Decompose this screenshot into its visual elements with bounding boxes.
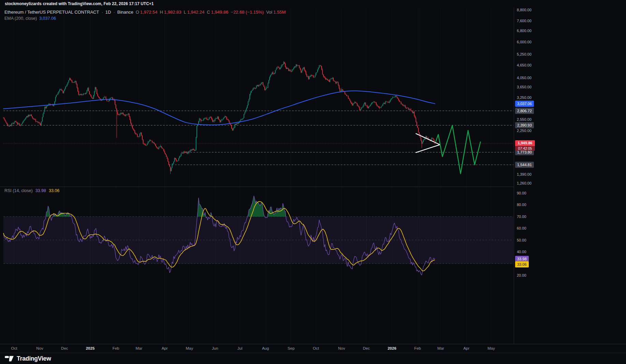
price-axis-label: 1,390.00 xyxy=(517,172,532,177)
rsi-axis-label: 40.00 xyxy=(517,249,526,254)
current-price-value: 1,949.86 xyxy=(515,140,535,146)
price-axis-label: 4,650.00 xyxy=(517,63,532,68)
time-axis-label: Dec xyxy=(61,346,68,350)
legend-separator: · xyxy=(113,10,115,15)
change-value: −22.68 (−1.15%) xyxy=(231,10,264,15)
time-axis-label: Apr xyxy=(463,346,469,350)
rsi-axis-label: 60.00 xyxy=(517,226,526,231)
level-badge: 2,806.72 xyxy=(515,108,534,114)
time-axis-label: Oct xyxy=(11,346,17,350)
time-axis-label: Oct xyxy=(313,346,319,350)
time-axis-label: May xyxy=(487,346,495,350)
time-axis-label: Jul xyxy=(237,346,243,350)
tradingview-logo-text[interactable]: TradingView xyxy=(17,355,51,362)
volume-pair: Vol 1.55M xyxy=(266,10,286,15)
time-axis-label: 2026 xyxy=(388,346,396,350)
ohlc-open: O 1,972.54 xyxy=(136,10,158,15)
close-value: 1,949.86 xyxy=(211,10,229,15)
high-value: 1,982.83 xyxy=(164,10,181,15)
rsi-ma-value: 33.06 xyxy=(49,188,59,193)
time-axis-label: Jun xyxy=(212,346,218,350)
current-price-badge: 1,949.8607:42:05 xyxy=(515,140,535,151)
rsi-axis-label: 20.00 xyxy=(517,273,526,278)
open-value: 1,972.54 xyxy=(140,10,158,15)
candlesticks[interactable] xyxy=(3,61,435,174)
tradingview-logo-icon[interactable] xyxy=(5,355,14,362)
time-axis[interactable]: OctNovDec2025FebMarAprMayJunJulAugSepOct… xyxy=(0,344,626,353)
watermark-credit: stockmoneylizards created with TradingVi… xyxy=(0,0,626,8)
price-axis-label: 4,050.00 xyxy=(517,75,532,80)
time-axis-label: Sep xyxy=(288,346,294,350)
time-axis-label: Mar xyxy=(135,346,142,350)
price-axis-label: 6,800.00 xyxy=(517,28,532,33)
price-axis-label: 8,800.00 xyxy=(517,8,532,12)
rsi-axis-label: 70.00 xyxy=(517,214,526,219)
ohlc-close: C 1,949.86 xyxy=(207,10,228,15)
time-axis-label: Aug xyxy=(262,346,269,350)
legend-separator: · xyxy=(101,10,103,15)
rsi-ma-badge: 33.06 xyxy=(515,261,529,267)
ohlc-low: L 1,942.24 xyxy=(184,10,204,15)
ema-legend-row[interactable]: EMA (200, close) 3,037.06 xyxy=(4,15,286,21)
low-letter: L xyxy=(184,10,186,15)
high-letter: H xyxy=(160,10,163,15)
ohlc-high: H 1,982.83 xyxy=(160,10,181,15)
time-axis-label: Nov xyxy=(338,346,345,350)
interval-label: 1D xyxy=(105,10,111,15)
rsi-axis-label: 90.00 xyxy=(517,191,526,195)
time-axis-label: 2025 xyxy=(86,346,95,350)
ema-indicator-label: EMA (200, close) xyxy=(4,16,37,21)
triangle-drawing-line[interactable] xyxy=(416,145,440,152)
zigzag-projection-drawing[interactable] xyxy=(436,125,480,174)
level-badge: 2,390.93 xyxy=(515,122,534,128)
volume-label: Vol xyxy=(266,10,272,15)
rsi-axis-label: 50.00 xyxy=(517,238,526,243)
time-axis-label: Feb xyxy=(113,346,119,350)
time-axis-label: Apr xyxy=(162,346,168,350)
price-axis-label: 2,550.00 xyxy=(517,117,532,122)
price-pane xyxy=(3,61,513,174)
tradingview-chart-window: stockmoneylizards created with TradingVi… xyxy=(0,0,626,364)
price-axis-label: 1,260.00 xyxy=(517,181,532,186)
price-axis-label: 7,600.00 xyxy=(517,18,532,23)
bar-countdown: 07:42:05 xyxy=(515,146,535,151)
time-axis-label: Dec xyxy=(363,346,370,350)
symbol-title: Ethereum / TetherUS PERPETUAL CONTRACT xyxy=(4,10,99,15)
open-letter: O xyxy=(136,10,139,15)
time-axis-label: Nov xyxy=(36,346,43,350)
ema-indicator-value: 3,037.06 xyxy=(39,16,56,21)
watermark-credit-text: stockmoneylizards created with TradingVi… xyxy=(5,1,154,6)
price-axis-label: 3,250.00 xyxy=(517,95,532,100)
time-axis-label: Mar xyxy=(437,346,444,350)
volume-value: 1.55M xyxy=(273,10,286,15)
main-pane-legend: Ethereum / TetherUS PERPETUAL CONTRACT ·… xyxy=(4,9,286,21)
rsi-pane-legend[interactable]: RSI (14, close) 33.98 33.06 xyxy=(4,188,59,193)
price-axis-label: 6,000.00 xyxy=(517,40,532,44)
footer-bar: TradingView xyxy=(0,353,626,364)
price-axis-label: 2,250.00 xyxy=(517,128,532,133)
close-letter: C xyxy=(207,10,210,15)
rsi-pane xyxy=(3,196,513,275)
rsi-value: 33.98 xyxy=(35,188,46,193)
exchange-label: Binance xyxy=(117,10,133,15)
ema-value-badge: 3,037.06 xyxy=(515,101,534,107)
price-axis-label: 5,250.00 xyxy=(517,52,532,57)
price-axis-label: 3,650.00 xyxy=(517,85,532,89)
time-axis-label: May xyxy=(186,346,193,350)
rsi-indicator-label: RSI (14, close) xyxy=(4,188,33,193)
rsi-axis-label: 80.00 xyxy=(517,202,526,207)
time-axis-label: Feb xyxy=(414,346,421,350)
level-badge: 1,544.81 xyxy=(515,162,534,168)
price-axis[interactable]: 8,800.007,600.006,800.006,000.005,250.00… xyxy=(514,8,626,344)
low-value: 1,942.24 xyxy=(187,10,205,15)
symbol-legend-row[interactable]: Ethereum / TetherUS PERPETUAL CONTRACT ·… xyxy=(4,9,286,15)
